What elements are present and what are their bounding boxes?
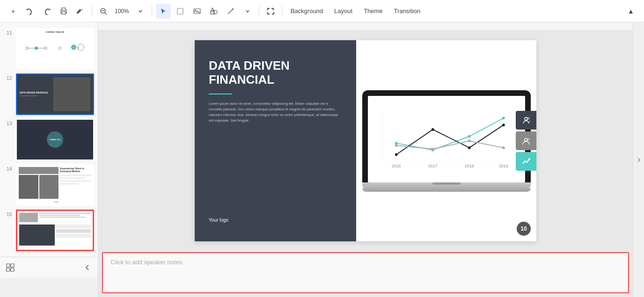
svg-rect-21	[11, 264, 14, 267]
svg-point-14	[35, 47, 38, 50]
divider-3	[259, 6, 259, 17]
fullscreen-button[interactable]	[263, 4, 278, 19]
transition-button[interactable]: Transition	[389, 4, 425, 19]
speaker-notes[interactable]: Click to add speaker notes	[102, 252, 629, 293]
print-button[interactable]	[56, 4, 71, 19]
layout-button[interactable]: Layout	[329, 4, 357, 19]
people-group-icon	[521, 136, 531, 145]
panel-collapse-button[interactable]	[81, 261, 94, 274]
slide-item-15[interactable]: 15	[0, 208, 98, 253]
line-button[interactable]	[223, 4, 238, 19]
slide-14-text4	[60, 183, 79, 185]
slide-13-thank-you: THANK YOU	[47, 131, 63, 148]
canvas-scroll[interactable]: DATA DRIVEN FINANCIAL Lorem ipsum dolor …	[98, 31, 633, 252]
slide-item-14[interactable]: 14 3Vlen Empowering Talent in Emer	[0, 162, 98, 208]
collapse-panel-icon	[84, 264, 91, 271]
theme-button[interactable]: Theme	[359, 4, 387, 19]
slide-14-text3	[60, 180, 91, 182]
slide-12-title: DATA DRIVEN FINANCIAL	[20, 91, 51, 94]
slide-item-13[interactable]: 13 THANK YOU	[0, 117, 98, 162]
slide-number-15: 15	[4, 210, 12, 217]
slide-thumb-14[interactable]: 3Vlen Empowering Talent in Emerging Mark…	[16, 164, 94, 206]
grid-view-button[interactable]	[4, 261, 17, 274]
right-collapse-panel[interactable]	[633, 22, 644, 297]
redo-button[interactable]	[39, 4, 54, 19]
laptop-foot	[362, 188, 531, 192]
redo-icon	[43, 7, 51, 15]
add-icon: +	[11, 7, 15, 15]
svg-text:2017: 2017	[428, 163, 437, 168]
slide-content: DATA DRIVEN FINANCIAL Lorem ipsum dolor …	[195, 40, 536, 241]
background-button[interactable]: Background	[286, 4, 328, 19]
chart-icon	[521, 157, 531, 166]
slide-panel-bottom	[0, 257, 98, 278]
canvas-area: DATA DRIVEN FINANCIAL Lorem ipsum dolor …	[98, 22, 633, 297]
zoom-out-icon	[100, 7, 107, 15]
slide-number-13: 13	[4, 119, 12, 126]
slide-number-11: 11	[4, 28, 12, 36]
svg-text:2018: 2018	[464, 163, 474, 168]
svg-point-40	[468, 139, 470, 142]
crop-button[interactable]	[173, 4, 188, 19]
slide-thumb-15[interactable]	[16, 210, 94, 251]
slide-15-right	[56, 225, 91, 246]
shape-button[interactable]	[206, 4, 221, 19]
line-chart: 2016 2017 2018 2019	[373, 100, 520, 173]
line-dropdown-button[interactable]	[240, 4, 255, 19]
left-panel: 11 COMPANY TIMELINE 🏆	[0, 22, 98, 297]
slide-14-text1	[60, 174, 91, 176]
svg-line-4	[105, 13, 107, 14]
expand-icon	[267, 7, 274, 15]
slide-thumb-11[interactable]: COMPANY TIMELINE 🏆	[16, 28, 94, 70]
slide-11-chart: 🏆	[19, 34, 91, 62]
svg-rect-23	[11, 268, 14, 271]
slide-15-r2	[56, 229, 91, 233]
slide-preview-11: COMPANY TIMELINE 🏆	[17, 29, 93, 69]
zoom-out-button[interactable]	[96, 4, 111, 19]
zoom-level: 100%	[113, 8, 131, 14]
slide-15-dark	[19, 225, 55, 246]
slide-number-14: 14	[4, 164, 12, 172]
side-btn-dark[interactable]	[516, 111, 536, 130]
laptop-screen: 2016 2017 2018 2019	[368, 96, 525, 182]
slide-item-12[interactable]: 12 DATA DRIVEN FINANCIAL Lorem ipsum dol…	[0, 72, 98, 117]
svg-point-38	[395, 144, 397, 147]
slide-thumb-13[interactable]: THANK YOU	[16, 119, 94, 160]
svg-text:2016: 2016	[391, 163, 401, 168]
svg-point-46	[528, 158, 530, 160]
slide-14-right: Empowering Talent in Emerging Markets	[60, 167, 91, 203]
slide-14-title: Empowering Talent in Emerging Markets	[60, 167, 91, 173]
slide-right-panel: 2016 2017 2018 2019	[356, 40, 536, 241]
svg-point-35	[431, 128, 434, 130]
svg-point-16	[59, 47, 61, 50]
svg-point-37	[502, 123, 505, 126]
undo-button[interactable]	[22, 4, 37, 19]
slide-thumb-12[interactable]: DATA DRIVEN FINANCIAL Lorem ipsum dolor …	[16, 73, 94, 115]
page-number: 10	[517, 222, 531, 236]
slide-15-r1	[56, 225, 91, 228]
slide-item-11[interactable]: 11 COMPANY TIMELINE 🏆	[0, 26, 98, 72]
laptop-screen-outer: 2016 2017 2018 2019	[362, 90, 531, 182]
zoom-dropdown-button[interactable]	[133, 4, 148, 19]
slide-15-img	[19, 213, 38, 222]
paint-button[interactable]	[73, 4, 88, 19]
shapes-icon	[210, 7, 218, 15]
selection-icon	[176, 7, 184, 15]
chevron-down-icon	[138, 9, 143, 14]
main-slide-canvas[interactable]: DATA DRIVEN FINANCIAL Lorem ipsum dolor …	[195, 40, 536, 241]
image-button[interactable]	[190, 4, 205, 19]
slide-top-content: DATA DRIVEN FINANCIAL Lorem ipsum dolor …	[209, 59, 342, 123]
horizontal-ruler	[98, 22, 633, 31]
svg-rect-1	[62, 8, 66, 10]
add-button[interactable]: +	[6, 4, 21, 19]
paint-icon	[77, 7, 84, 15]
svg-point-33	[502, 116, 505, 119]
slide-panel: 11 COMPANY TIMELINE 🏆	[0, 22, 98, 257]
toolbar-collapse-button[interactable]: ▲	[623, 4, 638, 19]
slide-title-divider	[209, 94, 232, 94]
svg-point-32	[468, 135, 470, 138]
side-btn-teal[interactable]	[516, 152, 536, 171]
side-btn-gray[interactable]	[516, 131, 536, 150]
select-tool-button[interactable]	[156, 4, 171, 19]
svg-rect-20	[7, 264, 10, 267]
